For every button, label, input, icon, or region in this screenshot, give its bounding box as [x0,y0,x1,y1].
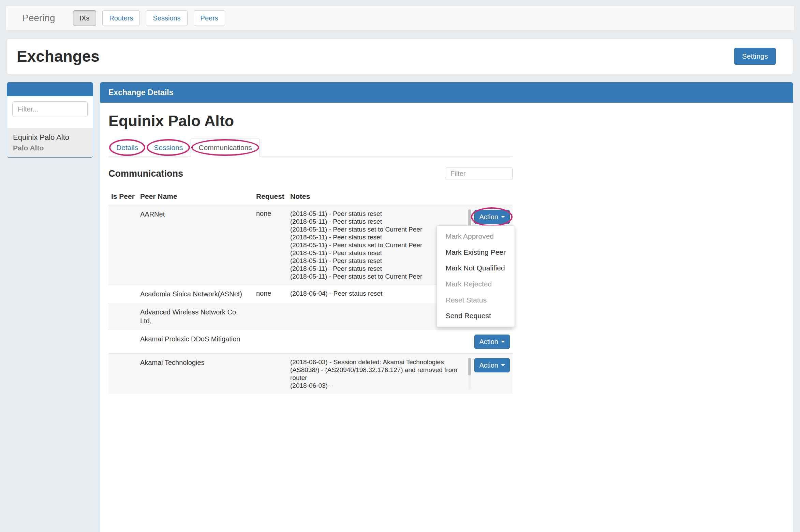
note-line: (2018-05-11) - Peer status reset [290,210,469,218]
tab-bar: DetailsSessionsCommunications [108,138,513,157]
is-peer-cell [108,303,137,330]
nav-button-routers[interactable]: Routers [102,10,140,26]
exchange-filter-box [7,96,93,117]
exchange-filter-input[interactable] [12,101,88,117]
nav-button-peers[interactable]: Peers [194,10,225,26]
request-cell [253,303,287,330]
peer-name-cell: Advanced Wireless Network Co. Ltd. [137,303,253,330]
action-cell: ActionMark ApprovedMark Existing PeerMar… [472,205,513,285]
note-line: (2018-06-03) - Session deleted: Akamai T… [290,358,469,382]
peer-row-akamai-prolexic-ddos-mitigation: Akamai Prolexic DDoS MitigationAction [108,330,513,354]
action-cell: Action [472,330,513,354]
notes-cell [287,330,472,354]
notes-scrollbar-thumb[interactable] [468,358,471,375]
action-wrap: Action [474,335,510,349]
communications-filter-input[interactable] [446,167,513,180]
action-button-label: Action [479,361,498,369]
is-peer-cell [108,330,137,354]
tab-label: Sessions [154,144,183,151]
caret-down-icon [501,341,505,343]
tab-label: Details [116,144,138,151]
notes-cell: (2018-06-03) - Session deleted: Akamai T… [287,354,472,394]
communications-table: Is Peer Peer Name Request Notes AARNetno… [108,189,513,394]
note-line: (2018-05-11) - Peer status reset [290,218,469,225]
is-peer-cell [108,205,137,285]
menu-item-mark-approved[interactable]: Mark Approved [437,228,515,245]
action-cell: Action [472,354,513,394]
exchange-list: Equinix Palo AltoPalo Alto [7,128,93,157]
exchange-list-panel-header [7,83,93,96]
content-area: Equinix Palo AltoPalo Alto Exchange Deta… [7,82,793,532]
exchange-list-panel: Equinix Palo AltoPalo Alto [7,82,93,158]
request-cell [253,354,287,394]
request-cell: none [253,285,287,303]
notes-scrollbar[interactable] [468,358,471,390]
header-peer-name: Peer Name [137,189,253,205]
request-cell: none [253,205,287,285]
request-cell [253,330,287,354]
exchange-details-panel-header: Exchange Details [100,83,793,103]
exchange-details-panel: Exchange Details Equinix Palo Alto Detai… [100,82,793,532]
peer-name-cell: AARNet [137,205,253,285]
nav-button-sessions[interactable]: Sessions [146,10,187,26]
top-navbar: Peering IXsRoutersSessionsPeers [5,5,795,31]
tab-label: Communications [198,144,252,151]
tab-details[interactable]: Details [108,138,146,157]
navbar-button-group: IXsRoutersSessionsPeers [73,10,231,26]
exchange-location: Palo Alto [13,144,87,152]
tab-communications[interactable]: Communications [191,138,260,157]
app-brand: Peering [22,13,55,24]
exchange-list-item[interactable]: Equinix Palo AltoPalo Alto [7,128,93,157]
exchange-name: Equinix Palo Alto [13,133,87,142]
peer-name-cell: Akamai Prolexic DDoS Mitigation [137,330,253,354]
action-wrap: Action [474,358,510,372]
exchange-title: Equinix Palo Alto [108,112,785,130]
note-line: (2018-06-03) - [290,382,469,389]
action-button-label: Action [479,338,498,346]
menu-item-mark-rejected[interactable]: Mark Rejected [437,276,515,292]
action-wrap: ActionMark ApprovedMark Existing PeerMar… [474,210,510,224]
action-button[interactable]: Action [474,210,510,224]
menu-item-send-request[interactable]: Send Request [437,308,515,324]
communications-section-header: Communications [108,167,513,180]
is-peer-cell [108,354,137,394]
peer-row-aarnet: AARNetnone(2018-05-11) - Peer status res… [108,205,513,285]
caret-down-icon [501,364,505,366]
nav-button-ixs[interactable]: IXs [73,10,97,26]
menu-item-mark-not-qualified[interactable]: Mark Not Qualified [437,260,515,276]
is-peer-cell [108,285,137,303]
header-notes: Notes [287,189,472,205]
exchange-details-panel-body: Equinix Palo Alto DetailsSessionsCommuni… [100,103,793,402]
header-action [472,189,513,205]
peer-row-akamai-technologies: Akamai Technologies(2018-06-03) - Sessio… [108,354,513,394]
table-header-row: Is Peer Peer Name Request Notes [108,189,513,205]
settings-button[interactable]: Settings [734,48,776,65]
exchange-content-block: DetailsSessionsCommunications Communicat… [108,138,513,394]
menu-item-reset-status[interactable]: Reset Status [437,292,515,308]
action-button[interactable]: Action [474,358,510,372]
page-header: Exchanges Settings [7,39,793,74]
page-title: Exchanges [17,47,100,65]
action-button[interactable]: Action [474,335,510,349]
peer-name-cell: Akamai Technologies [137,354,253,394]
action-dropdown-menu: Mark ApprovedMark Existing PeerMark Not … [436,225,515,327]
menu-item-mark-existing-peer[interactable]: Mark Existing Peer [437,245,515,261]
communications-heading: Communications [108,168,183,179]
header-is-peer: Is Peer [108,189,137,205]
caret-down-icon [501,216,505,218]
tab-sessions[interactable]: Sessions [146,138,191,157]
action-button-label: Action [479,213,498,221]
peer-name-cell: Academia Sinica Network(ASNet) [137,285,253,303]
header-request: Request [253,189,287,205]
